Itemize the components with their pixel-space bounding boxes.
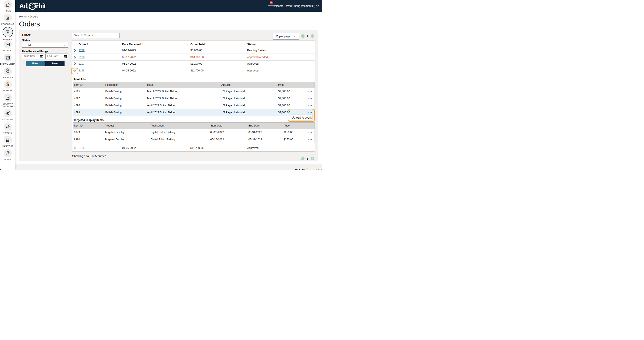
svg-text:$: $ — [8, 96, 9, 99]
svg-text:Ad: Ad — [19, 2, 28, 10]
svg-text:$: $ — [6, 81, 9, 87]
svg-text:rbit: rbit — [36, 2, 46, 10]
